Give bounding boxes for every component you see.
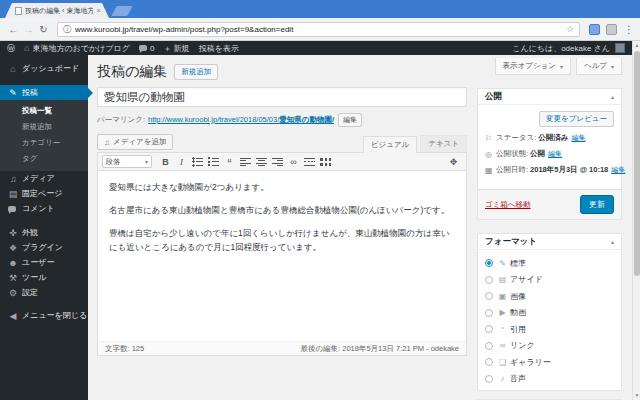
submenu-tags[interactable]: タグ [0, 151, 88, 167]
fullscreen-button[interactable]: ✥ [446, 155, 461, 169]
format-option-standard[interactable]: ✎ 標準 [485, 258, 614, 269]
submenu-categories[interactable]: カテゴリー [0, 135, 88, 151]
post-title-input[interactable] [97, 87, 467, 107]
scroll-down-icon[interactable]: ▼ [633, 391, 640, 400]
sidebar-item-dashboard[interactable]: ⌂ ダッシュボード [0, 61, 88, 76]
plugin-icon: ❖ [7, 243, 19, 253]
numbered-list-button[interactable] [206, 155, 221, 169]
published-on-edit-link[interactable]: 編集 [611, 165, 625, 175]
brush-icon: ✜ [7, 228, 19, 238]
sidebar-item-posts[interactable]: ✎ 投稿 [0, 85, 88, 100]
bullet-list-button[interactable] [190, 155, 205, 169]
avatar[interactable] [615, 43, 625, 53]
align-center-button[interactable] [254, 155, 269, 169]
add-new-button[interactable]: 新規追加 [174, 64, 218, 80]
update-button[interactable]: 更新 [580, 195, 614, 214]
sidebar-item-tools[interactable]: ⚒ ツール [0, 270, 88, 285]
add-media-button[interactable]: ♫ メディアを追加 [97, 134, 173, 150]
editor-toolbar: 段落 ▾ B I “ ∞ ✥ [97, 152, 467, 171]
last-edited: 最後の編集: 2018年5月13日 7:21 PM - odekake [300, 344, 459, 354]
screen-options-button[interactable]: 表示オプション ▾ [495, 58, 571, 75]
page-scrollbar[interactable]: ▲ ▼ [632, 41, 640, 400]
radio[interactable] [485, 358, 493, 366]
radio[interactable] [485, 292, 493, 300]
wp-logo-icon[interactable]: Ⓦ [7, 43, 15, 54]
permalink-link[interactable]: http://www.kuroobi.jp/travel/2018/05/03/… [148, 115, 334, 125]
permalink-edit-button[interactable]: 編集 [338, 113, 362, 127]
sidebar-item-pages[interactable]: ▤ 固定ページ [0, 186, 88, 201]
sidebar-item-users[interactable]: ☻ ユーザー [0, 255, 88, 270]
extension-icon[interactable] [606, 24, 617, 35]
format-option-audio[interactable]: ♪ 音声 [485, 373, 614, 384]
insert-link-button[interactable]: ∞ [286, 155, 301, 169]
format-option-aside[interactable]: ▤ アサイド [485, 274, 614, 285]
read-more-button[interactable] [302, 155, 317, 169]
new-content-link[interactable]: ＋ 新規 [163, 43, 189, 54]
site-info-icon[interactable]: ⓘ [63, 24, 71, 35]
tab-close-icon[interactable]: × [96, 6, 101, 15]
bold-button[interactable]: B [158, 155, 173, 169]
format-panel: フォーマット ▴ ✎ 標準 ▤ アサイド [477, 233, 622, 391]
editor-content-area[interactable]: 愛知県には大きな動物園が2つあります。 名古屋市にある東山動植物園と豊橋市にある… [97, 171, 467, 341]
site-name-link[interactable]: ⌂ 東海地方のおでかけブログ [24, 43, 130, 54]
sidebar-item-media[interactable]: ♫ メディア [0, 171, 88, 186]
format-option-video[interactable]: ▶ 動画 [485, 307, 614, 318]
format-option-gallery[interactable]: ❏ ギャラリー [485, 357, 614, 368]
radio-checked[interactable] [485, 259, 493, 267]
toolbar-toggle-button[interactable] [318, 155, 333, 169]
submenu-add-new[interactable]: 新規追加 [0, 119, 88, 135]
sidebar-item-plugins[interactable]: ❖ プラグイン [0, 240, 88, 255]
scroll-up-icon[interactable]: ▲ [633, 41, 640, 50]
radio[interactable] [485, 325, 493, 333]
panel-toggle-icon[interactable]: ▴ [611, 93, 614, 100]
scrollbar-thumb[interactable] [634, 51, 640, 276]
radio[interactable] [485, 342, 493, 350]
align-center-icon [256, 157, 267, 167]
preview-changes-button[interactable]: 変更をプレビュー [539, 111, 614, 127]
sidebar-collapse-menu[interactable]: ◀ メニューを閉じる [0, 308, 88, 323]
italic-button[interactable]: I [174, 155, 189, 169]
account-greeting[interactable]: こんにちは、odekake さん [512, 43, 610, 54]
url-text[interactable]: www.kuroobi.jp/travel/wp-admin/post.php?… [75, 25, 562, 34]
sidebar-item-appearance[interactable]: ✜ 外観 [0, 225, 88, 240]
browser-toolbar: ← → ↻ ⓘ www.kuroobi.jp/travel/wp-admin/p… [0, 18, 640, 41]
blockquote-button[interactable]: “ [222, 155, 237, 169]
paragraph-style-select[interactable]: 段落 ▾ [102, 155, 152, 168]
browser-menu-icon[interactable]: ⋮ [624, 24, 634, 35]
new-tab-button[interactable] [111, 6, 132, 16]
tab-text[interactable]: テキスト [420, 135, 467, 152]
align-left-button[interactable] [238, 155, 253, 169]
align-right-button[interactable] [270, 155, 285, 169]
radio[interactable] [485, 375, 493, 383]
visibility-value: 公開 [530, 149, 545, 159]
chevron-down-icon: ▾ [145, 158, 148, 165]
tab-visual[interactable]: ビジュアル [363, 136, 417, 153]
format-option-image[interactable]: ▣ 画像 [485, 291, 614, 302]
view-post-link[interactable]: 投稿を表示 [199, 43, 239, 54]
browser-tab[interactable]: 投稿の編集 ‹ 東海地方のお × [5, 3, 109, 18]
chevron-down-icon: ▾ [611, 63, 614, 70]
radio[interactable] [485, 309, 493, 317]
reload-icon[interactable]: ↻ [36, 24, 51, 35]
radio[interactable] [485, 276, 493, 284]
bookmark-star-icon[interactable]: ☆ [566, 24, 574, 34]
move-to-trash-link[interactable]: ゴミ箱へ移動 [485, 200, 531, 210]
visibility-edit-link[interactable]: 編集 [548, 149, 562, 159]
back-icon[interactable]: ← [6, 24, 21, 35]
status-edit-link[interactable]: 編集 [571, 133, 585, 143]
extension-icon[interactable] [589, 24, 600, 35]
address-bar[interactable]: ⓘ www.kuroobi.jp/travel/wp-admin/post.ph… [57, 22, 580, 37]
format-option-quote[interactable]: “ 引用 [485, 324, 614, 335]
published-on-label: 公開日時: [496, 165, 528, 175]
panel-toggle-icon[interactable]: ▴ [611, 238, 614, 245]
status-label: ステータス: [496, 133, 536, 143]
tab-title: 投稿の編集 ‹ 東海地方のお [25, 6, 93, 16]
status-value: 公開済み [538, 133, 568, 143]
sidebar-item-comments[interactable]: コメント [0, 201, 88, 216]
submenu-all-posts[interactable]: 投稿一覧 [0, 103, 88, 119]
format-option-link[interactable]: ∞ リンク [485, 340, 614, 351]
comments-link[interactable]: 0 [139, 44, 154, 53]
forward-icon[interactable]: → [21, 24, 36, 35]
sidebar-item-settings[interactable]: ⚙ 設定 [0, 285, 88, 300]
help-button[interactable]: ヘルプ ▾ [576, 58, 622, 75]
